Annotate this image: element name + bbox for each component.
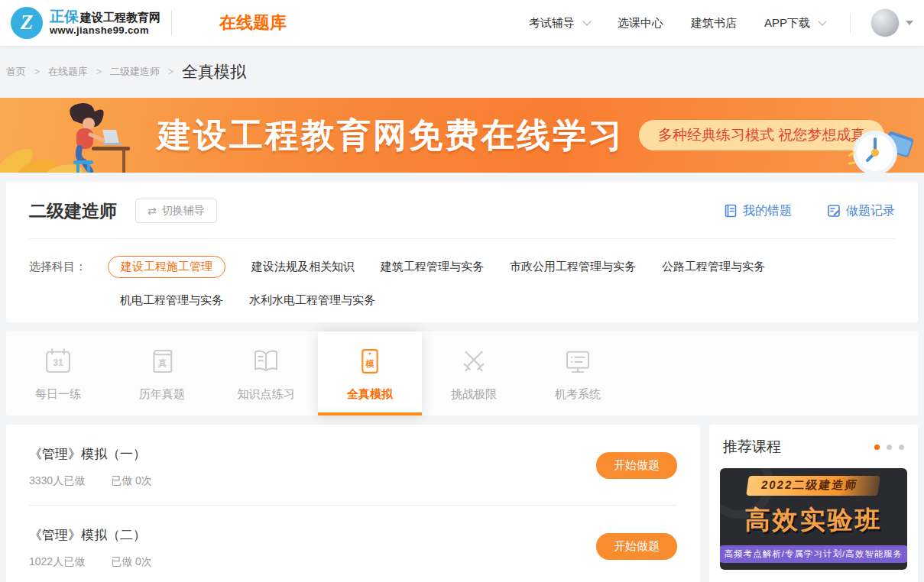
avatar-caret-icon[interactable] [906,21,913,25]
breadcrumb-question-bank[interactable]: 在线题库 [48,65,88,79]
exam-title: 《管理》模拟（一） [29,445,677,463]
tab-label: 挑战极限 [451,387,497,402]
swap-icon: ⇄ [148,205,157,217]
svg-text:模: 模 [365,359,374,368]
tab-full-mock[interactable]: 模 全真模拟 [318,331,422,415]
page-title: 在线题库 [219,11,287,34]
start-exam-button[interactable]: 开始做题 [596,452,677,479]
calendar-31-icon: 31 [42,345,74,377]
breadcrumb-home[interactable]: 首页 [6,65,26,79]
course-panel: 二级建造师 ⇄ 切换辅导 我的错题 [6,182,918,322]
breadcrumb-current: 全真模拟 [182,61,246,82]
brand-url: www.jianshe99.com [50,24,160,37]
logo-z-icon: Z [11,7,43,39]
breadcrumb-separator: > [96,66,102,77]
tab-label: 全真模拟 [347,387,393,402]
site-logo[interactable]: Z 正保建设工程教育网 www.jianshe99.com [11,7,160,39]
open-book-icon [250,345,282,377]
exam-people-count: 3330人已做 [29,474,85,488]
top-nav: 考试辅导 选课中心 建筑书店 APP下载 [501,8,913,37]
list-item: 《管理》模拟（一） 3330人已做 已做 0次 开始做题 [29,425,677,505]
subject-highway-practice[interactable]: 公路工程管理与实务 [662,256,765,278]
svg-text:31: 31 [53,357,63,368]
breadcrumb: 首页 > 在线题库 > 二级建造师 > 全真模拟 [0,46,924,98]
nav-label: 考试辅导 [529,16,575,31]
nav-item-course-center[interactable]: 选课中心 [618,16,663,31]
nav-label: 建筑书店 [691,16,737,31]
clock-book-illustration [846,121,916,173]
breadcrumb-separator: > [168,66,173,77]
nav-item-app-download[interactable]: APP下载 [764,16,825,31]
exam-attempts: 已做 0次 [111,555,152,569]
banner-headline: 建设工程教育网免费在线学习 [157,113,624,158]
carousel-dot[interactable] [887,445,892,450]
carousel-dot[interactable] [899,445,904,450]
tab-label: 每日一练 [35,387,81,402]
brand-secondary: 建设工程教育网 [80,11,160,24]
book-icon: 真 [146,345,178,377]
promo-banner[interactable]: 建设工程教育网免费在线学习 多种经典练习模式 祝您梦想成真 [0,98,924,173]
mock-calendar-icon: 模 [354,345,386,377]
tab-past-exams[interactable]: 真 历年真题 [110,331,214,415]
tab-label: 知识点练习 [238,387,295,402]
logo-text: 正保建设工程教育网 www.jianshe99.com [50,8,160,38]
brand-primary: 正保 [50,8,79,24]
practice-mode-tabs: 31 每日一练 真 历年真题 知识点练习 [6,331,918,415]
start-exam-button[interactable]: 开始做题 [596,533,677,560]
tab-challenge-limit[interactable]: 挑战极限 [422,331,526,415]
top-header: Z 正保建设工程教育网 www.jianshe99.com 在线题库 考试辅导 … [0,0,924,46]
subject-mechanical-practice[interactable]: 机电工程管理与实务 [120,289,223,312]
banner-illustration [0,98,160,173]
answer-records-label: 做题记录 [846,203,895,219]
breadcrumb-separator: > [34,66,40,77]
breadcrumb-level2-constructor[interactable]: 二级建造师 [110,65,160,79]
tab-knowledge-points[interactable]: 知识点练习 [214,331,318,415]
answer-records-link[interactable]: 做题记录 [827,203,895,219]
subject-construction-management[interactable]: 建设工程施工管理 [108,256,225,278]
header-divider [171,10,172,36]
nav-item-exam-coaching[interactable]: 考试辅导 [529,16,590,31]
subject-water-practice[interactable]: 水利水电工程管理与实务 [249,289,375,312]
nav-item-bookstore[interactable]: 建筑书店 [691,16,737,31]
course-promo-card[interactable]: 2022二级建造师 高效实验班 高频考点解析/专属学习计划/高效智能服务 [720,468,907,570]
carousel-dots [874,445,904,450]
tab-label: 机考系统 [555,387,601,402]
recommended-courses-panel: 推荐课程 2022二级建造师 高效实验班 高频考点解析/专属学习计划/高效智能服… [709,425,918,582]
mock-exam-list: 《管理》模拟（一） 3330人已做 已做 0次 开始做题 《管理》模拟（二） 1… [6,425,700,582]
subject-municipal-practice[interactable]: 市政公用工程管理与实务 [510,256,636,278]
recommended-courses-title: 推荐课程 [723,437,781,457]
switch-coaching-button[interactable]: ⇄ 切换辅导 [135,199,217,223]
list-item: 《管理》模拟（二） 1022人已做 已做 0次 开始做题 [29,506,677,582]
record-pencil-icon [827,204,841,218]
my-mistakes-link[interactable]: 我的错题 [724,203,792,219]
nav-label: APP下载 [764,16,810,31]
course-title: 二级建造师 [29,199,117,223]
svg-text:真: 真 [157,358,167,368]
exam-attempts: 已做 0次 [111,474,152,488]
promo-features: 高频考点解析/专属学习计划/高效智能服务 [720,545,907,563]
exam-people-count: 1022人已做 [29,555,85,569]
my-mistakes-label: 我的错题 [743,203,792,219]
tab-label: 历年真题 [139,387,185,402]
chevron-down-icon [818,17,826,25]
subject-select-label: 选择科目： [29,256,86,312]
nav-label: 选课中心 [618,16,663,31]
promo-badge: 2022二级建造师 [746,476,880,496]
subject-regulations[interactable]: 建设法规及相关知识 [251,256,355,278]
monitor-icon [562,345,594,377]
carousel-dot[interactable] [874,445,880,450]
chevron-down-icon [582,17,591,25]
user-avatar[interactable] [871,8,900,37]
tab-daily-practice[interactable]: 31 每日一练 [6,331,110,415]
switch-coaching-label: 切换辅导 [162,204,205,218]
subject-building-practice[interactable]: 建筑工程管理与实务 [381,256,484,278]
nav-divider [850,13,851,33]
promo-headline: 高效实验班 [745,503,883,538]
notebook-icon [724,204,738,218]
crossed-swords-icon [458,345,490,377]
tab-computer-exam-system[interactable]: 机考系统 [526,331,630,415]
exam-title: 《管理》模拟（二） [29,526,677,544]
